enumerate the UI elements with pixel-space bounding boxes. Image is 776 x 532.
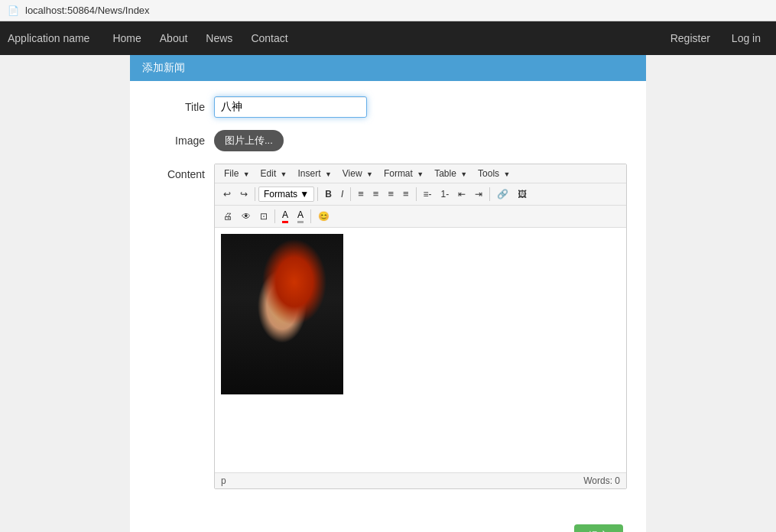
nav-register[interactable]: Register — [663, 28, 718, 49]
editor-footer: p Words: 0 — [215, 472, 626, 488]
unordered-list-button[interactable]: ≡- — [420, 187, 436, 203]
toolbar-sep-4 — [416, 187, 417, 201]
italic-button[interactable]: I — [337, 187, 347, 203]
page-header: 添加新闻 — [130, 55, 646, 81]
link-button[interactable]: 🔗 — [493, 187, 512, 203]
emoji-button[interactable]: 😊 — [314, 209, 333, 223]
editor-toolbar-2: 🖨 👁 ⊡ A A 😊 — [215, 206, 626, 228]
toolbar-sep-1 — [255, 187, 255, 201]
brand-name: Application name — [8, 32, 89, 44]
editor-body[interactable] — [215, 228, 626, 472]
nav-contact[interactable]: Contact — [243, 28, 295, 49]
image-upload-button[interactable]: 图片上传... — [214, 130, 284, 151]
menu-view[interactable]: View ▼ — [338, 167, 378, 180]
image-button[interactable]: 🖼 — [514, 187, 531, 203]
menu-table[interactable]: Table ▼ — [430, 167, 472, 180]
editor-path: p — [221, 475, 226, 486]
editor-image-inner — [221, 234, 343, 394]
toolbar-sep-2 — [317, 187, 318, 201]
font-color-2-button[interactable]: A — [294, 208, 307, 225]
bold-button[interactable]: B — [321, 187, 336, 203]
redo-button[interactable]: ↪ — [236, 187, 252, 203]
page-wrapper: 添加新闻 Title Image 图片上传... Content — [130, 55, 646, 532]
ordered-list-button[interactable]: 1- — [437, 187, 453, 203]
navbar: Application name Home About News Contact… — [0, 21, 776, 55]
formats-dropdown[interactable]: Formats ▼ — [258, 187, 314, 202]
nav-home[interactable]: Home — [105, 28, 148, 49]
menu-edit[interactable]: Edit ▼ — [256, 167, 292, 180]
undo-button[interactable]: ↩ — [219, 187, 235, 203]
image-row: Image 图片上传... — [153, 130, 623, 151]
title-label: Title — [153, 96, 214, 113]
content-row: Content File ▼ Edit ▼ Insert ▼ View ▼ Fo… — [153, 164, 623, 489]
menu-insert[interactable]: Insert ▼ — [294, 167, 336, 180]
browser-url: localhost:50864/News/Index — [25, 5, 150, 16]
toolbar-sep-6 — [274, 209, 275, 223]
menu-file[interactable]: File ▼ — [219, 167, 255, 180]
favicon-icon: 📄 — [8, 5, 19, 16]
image-field-content: 图片上传... — [214, 130, 623, 151]
toolbar-sep-3 — [350, 187, 351, 201]
nav-about[interactable]: About — [152, 28, 196, 49]
editor-container: File ▼ Edit ▼ Insert ▼ View ▼ Format ▼ T… — [214, 164, 627, 489]
preview-button[interactable]: 👁 — [238, 209, 255, 225]
nav-right: Register Log in — [663, 28, 768, 49]
image-label: Image — [153, 130, 214, 147]
editor-toolbar-1: ↩ ↪ Formats ▼ B I ≡ ≡ ≡ ≡ ≡- — [215, 183, 626, 206]
content-label: Content — [153, 164, 214, 180]
nav-news[interactable]: News — [198, 28, 240, 49]
align-justify-button[interactable]: ≡ — [399, 186, 413, 203]
align-center-button[interactable]: ≡ — [369, 186, 383, 203]
fullscreen-button[interactable]: ⊡ — [256, 209, 271, 225]
font-color-button[interactable]: A — [278, 208, 292, 225]
print-button[interactable]: 🖨 — [219, 209, 236, 225]
submit-area: 提交 — [130, 517, 646, 532]
form-area: Title Image 图片上传... Content Fi — [130, 81, 646, 517]
nav-links: Home About News Contact — [105, 28, 662, 49]
browser-bar: 📄 localhost:50864/News/Index — [0, 0, 776, 21]
indent-button[interactable]: ⇥ — [471, 187, 486, 203]
editor-inserted-image — [221, 234, 343, 394]
title-field-content — [214, 96, 623, 118]
content-field-content: File ▼ Edit ▼ Insert ▼ View ▼ Format ▼ T… — [214, 164, 627, 489]
menu-format[interactable]: Format ▼ — [379, 167, 428, 180]
toolbar-sep-7 — [310, 209, 311, 223]
page-title: 添加新闻 — [142, 61, 185, 73]
outdent-button[interactable]: ⇤ — [454, 187, 469, 203]
nav-login[interactable]: Log in — [724, 28, 768, 49]
editor-word-count: Words: 0 — [583, 475, 620, 486]
align-left-button[interactable]: ≡ — [354, 186, 368, 203]
editor-menubar: File ▼ Edit ▼ Insert ▼ View ▼ Format ▼ T… — [215, 164, 626, 183]
title-row: Title — [153, 96, 623, 118]
align-right-button[interactable]: ≡ — [384, 186, 398, 203]
menu-tools[interactable]: Tools ▼ — [473, 167, 515, 180]
submit-button[interactable]: 提交 — [574, 524, 623, 532]
title-input[interactable] — [214, 96, 367, 118]
toolbar-sep-5 — [489, 187, 490, 201]
